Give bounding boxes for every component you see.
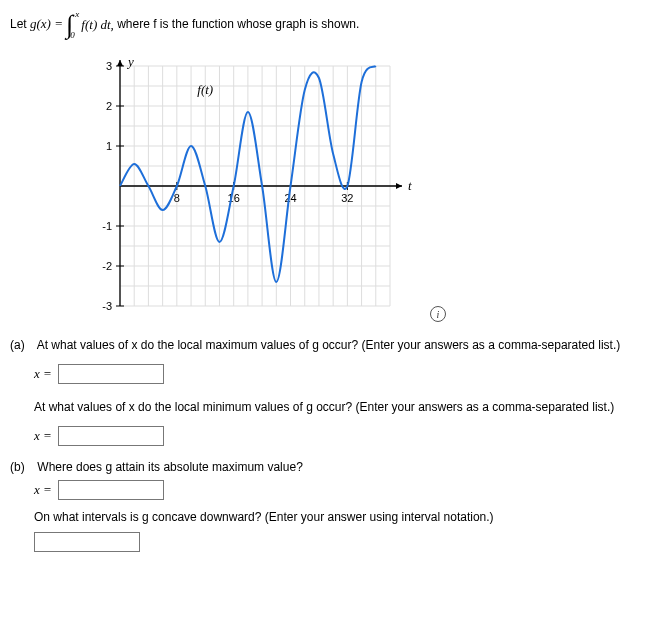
svg-text:16: 16 (228, 192, 240, 204)
svg-text:y: y (126, 54, 134, 69)
q3-text: Where does g attain its absolute maximum… (37, 460, 302, 474)
svg-text:-3: -3 (102, 300, 112, 312)
svg-text:8: 8 (174, 192, 180, 204)
q2-input[interactable] (58, 426, 164, 446)
svg-text:-2: -2 (102, 260, 112, 272)
integrand: f(t) dt, (81, 17, 114, 33)
svg-text:t: t (408, 178, 412, 193)
q1-input[interactable] (58, 364, 164, 384)
integral-expression: ∫ x 0 f(t) dt, (66, 12, 114, 38)
q4-text: On what intervals is g concave downward?… (34, 510, 650, 524)
function-plot: 8162432-3-2-1123ytf(t) (90, 46, 430, 321)
svg-text:-1: -1 (102, 220, 112, 232)
svg-text:24: 24 (284, 192, 296, 204)
integral-sign-icon: ∫ x 0 (66, 12, 73, 38)
q4-answer-row (34, 532, 650, 552)
part-a-label: (a) (10, 338, 34, 352)
q2-answer-row: x = (34, 426, 650, 446)
svg-text:1: 1 (106, 140, 112, 152)
question-a: (a) At what values of x do the local max… (10, 338, 650, 446)
upper-limit: x (75, 10, 79, 19)
part-b-label: (b) (10, 460, 34, 474)
lower-limit: 0 (70, 31, 75, 40)
stmt-suffix: where f is the function whose graph is s… (117, 17, 359, 31)
problem-statement: Let g(x) = ∫ x 0 f(t) dt, where f is the… (10, 12, 650, 38)
q4-input[interactable] (34, 532, 140, 552)
q1-var: x = (34, 366, 52, 382)
q1-text: At what values of x do the local maximum… (37, 338, 621, 352)
chart-container: 8162432-3-2-1123ytf(t) i (90, 46, 650, 324)
svg-text:32: 32 (341, 192, 353, 204)
gx-expr: g(x) = (30, 16, 66, 31)
svg-text:f(t): f(t) (197, 82, 213, 97)
stmt-prefix: Let (10, 17, 30, 31)
q1-answer-row: x = (34, 364, 650, 384)
q3-answer-row: x = (34, 480, 650, 500)
q3-input[interactable] (58, 480, 164, 500)
q3-var: x = (34, 482, 52, 498)
svg-text:2: 2 (106, 100, 112, 112)
q2-var: x = (34, 428, 52, 444)
info-icon[interactable]: i (430, 306, 446, 322)
q2-text: At what values of x do the local minimum… (34, 400, 650, 414)
question-b: (b) Where does g attain its absolute max… (10, 460, 650, 552)
svg-text:3: 3 (106, 60, 112, 72)
